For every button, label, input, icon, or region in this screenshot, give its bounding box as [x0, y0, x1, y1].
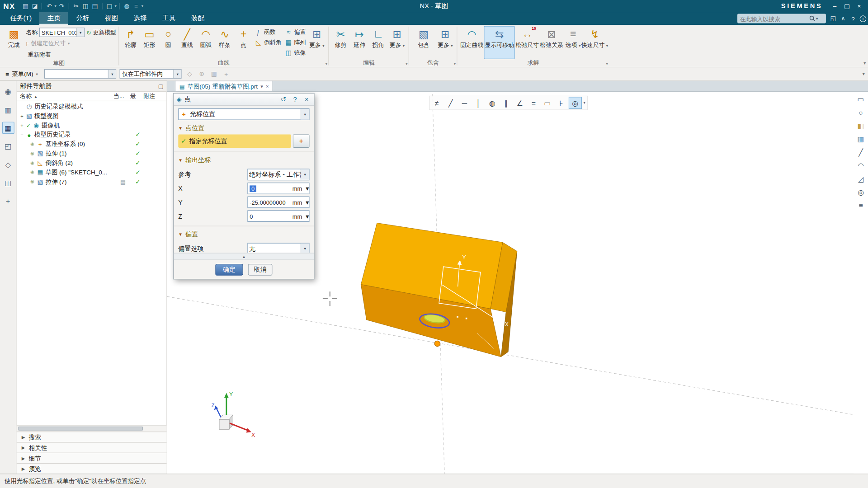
window-icon[interactable]: ▢ — [104, 3, 114, 10]
mirror-curve-button[interactable]: ◫镜像 — [283, 47, 307, 58]
feature-toggle-icon[interactable]: ◉ — [29, 179, 36, 184]
cancel-button[interactable]: 取消 — [248, 263, 273, 275]
section-output-coordinates[interactable]: ▼ 输出坐标 — [174, 152, 314, 167]
reference-dropdown[interactable]: 绝对坐标系 - 工作部件 ▾ — [247, 169, 309, 180]
history-palette-icon[interactable]: ◫ — [2, 177, 14, 189]
ok-button[interactable]: 确定 — [215, 263, 243, 275]
feature-toggle-icon[interactable]: ◉ — [29, 160, 36, 165]
tree-row-model-history[interactable]: − ● 模型历史记录 ✓ — [17, 130, 167, 140]
specify-cursor-location-field[interactable]: ✓ 指定光标位置 — [178, 135, 291, 148]
undo-caret-icon[interactable]: ▾ — [55, 4, 57, 9]
sketch-handle[interactable] — [466, 318, 467, 319]
tree-row-datum-csys[interactable]: ◉ + 基准坐标系 (0) ✓ — [17, 140, 167, 149]
select-tool-icon-2[interactable]: ⊕ — [197, 70, 206, 78]
unit-caret-icon[interactable]: ▾ — [306, 212, 309, 220]
copy-icon[interactable]: ◫ — [81, 3, 90, 10]
fix-curve-button[interactable]: ◠固定曲线 — [460, 26, 484, 59]
orientation-triad[interactable]: Z Y X — [212, 391, 255, 439]
section-details[interactable]: ▶细节 — [17, 453, 167, 463]
dropdown-caret-icon[interactable]: ▾ — [301, 109, 309, 119]
tab-close-icon[interactable]: × — [266, 84, 269, 89]
dropdown-caret-icon[interactable]: ▾ — [301, 169, 309, 180]
z-coordinate-input[interactable]: 0 mm ▾ — [247, 210, 309, 222]
solve-dialog-launcher-icon[interactable]: ▾ — [606, 60, 608, 67]
circle-button[interactable]: ○圆 — [159, 26, 178, 59]
tab-view[interactable]: 视图 — [97, 12, 126, 25]
mic-icon[interactable]: ◍ — [122, 3, 132, 10]
list-tool-icon[interactable]: ≡ — [855, 202, 866, 210]
section-dependencies[interactable]: ▶相关性 — [17, 442, 167, 452]
close-button[interactable]: × — [854, 3, 864, 9]
include-button[interactable]: ▧包含 — [411, 26, 436, 59]
tab-task[interactable]: 任务(T) — [2, 12, 39, 25]
snap-existing-point-icon[interactable]: = — [527, 97, 540, 109]
snap-quadrant-icon[interactable]: ∠ — [513, 97, 526, 109]
snap-point-on-curve-icon[interactable]: ▭ — [541, 97, 554, 109]
tab-assembly[interactable]: 装配 — [184, 12, 212, 25]
tab-tools[interactable]: 工具 — [155, 12, 184, 25]
wireframe-view-icon[interactable]: ▥ — [855, 135, 866, 143]
rectangle-button[interactable]: ▭矩形 — [140, 26, 159, 59]
view-manager-icon[interactable]: ◇ — [2, 158, 14, 170]
feature-toggle-icon[interactable]: ◉ — [29, 151, 36, 156]
unit-caret-icon[interactable]: ▾ — [306, 198, 309, 206]
scrollbar-thumb[interactable] — [18, 427, 143, 431]
constraint-navigator-icon[interactable]: ▥ — [2, 103, 14, 116]
triad-z-axis[interactable] — [217, 408, 221, 418]
curve-more-button[interactable]: ⊞更多 ▾ — [307, 26, 326, 59]
tab-selection[interactable]: 选择 — [126, 12, 155, 25]
tree-row-model-views[interactable]: + ▧ 模型视图 — [17, 111, 167, 121]
unit-caret-icon[interactable]: ▾ — [306, 184, 309, 192]
section-preview[interactable]: ▶预览 — [17, 463, 167, 474]
tree-row-history-mode[interactable]: ◷ 历史记录建模模式 — [17, 102, 167, 111]
cut-icon[interactable]: ✂ — [71, 3, 81, 10]
include-dialog-launcher-icon[interactable]: ▾ — [454, 60, 456, 67]
tab-analysis[interactable]: 分析 — [68, 12, 97, 25]
curve-dialog-launcher-icon[interactable]: ▾ — [326, 60, 327, 67]
y-coordinate-input[interactable]: -25.00000000 mm ▾ — [247, 197, 309, 208]
triad-x-axis[interactable] — [230, 423, 248, 431]
dialog-titlebar[interactable]: ◈ 点 ↺ ? × — [174, 94, 314, 106]
command-search[interactable]: ▾ — [737, 14, 826, 23]
dialog-close-icon[interactable]: × — [302, 95, 311, 103]
navigator-column-header[interactable]: 名称▲ 当... 最 附注 — [17, 92, 167, 101]
show-movable-button[interactable]: ⇆显示可移动 — [484, 26, 515, 59]
solid-body[interactable] — [361, 223, 517, 357]
update-model-button[interactable]: ↻ 更新模型 — [86, 28, 116, 36]
tree-row-sketch-6[interactable]: ◉ ▦ 草图 (6) "SKETCH_0... ✓ — [17, 168, 167, 177]
snap-intersection-icon[interactable]: ◍ — [486, 97, 499, 109]
x-coordinate-input[interactable]: 0 mm ▾ — [247, 183, 309, 194]
section-search[interactable]: ▶搜索 — [17, 432, 167, 442]
relax-relation-button[interactable]: ⊠松弛关系 — [539, 26, 564, 59]
reuse-library-icon[interactable]: ◰ — [2, 140, 14, 152]
edit-more-button[interactable]: ⊞更多 ▾ — [388, 26, 407, 59]
snap-control-point-icon[interactable]: │ — [472, 97, 485, 109]
rapid-dimension-button[interactable]: ↯快速尺寸 ▾ — [583, 26, 607, 59]
selection-filter-combo[interactable]: ▾ — [44, 69, 116, 79]
section-point-location[interactable]: ▼ 点位置 — [174, 120, 314, 135]
snap-point-on-face-icon[interactable]: ⊦ — [555, 97, 568, 109]
graphics-window[interactable]: ▤ 草图(05)-重新附着草图.prt ▾ × — [167, 81, 868, 474]
minimize-button[interactable]: – — [829, 3, 840, 9]
finish-sketch-button[interactable]: ▩ 完成 — [2, 26, 26, 60]
save-icon[interactable]: ▦ — [21, 3, 30, 10]
navigator-hscrollbar[interactable] — [17, 425, 167, 432]
shaded-view-icon[interactable]: ◧ — [855, 122, 866, 130]
tree-row-extrude-1[interactable]: ◉ ▧ 拉伸 (1) ✓ — [17, 149, 167, 158]
help-icon[interactable]: ? — [848, 12, 858, 25]
include-more-button[interactable]: ⊞更多 ▾ — [436, 26, 455, 59]
spline-button[interactable]: ∿样条 — [215, 26, 234, 59]
point-type-dropdown[interactable]: + 光标位置 ▾ — [178, 108, 309, 120]
roles-icon[interactable]: + — [2, 195, 14, 207]
sketch-arc-tool-icon[interactable]: ◠ — [855, 162, 866, 170]
line-button[interactable]: ╱直线 — [178, 26, 197, 59]
tree-row-extrude-7[interactable]: ◉ ▧ 拉伸 (7) ▤ ✓ — [17, 177, 167, 187]
profile-button[interactable]: ↱轮廓 — [121, 26, 140, 59]
snap-overflow-icon[interactable]: ▾ — [582, 101, 586, 105]
panel-pin-icon[interactable]: ▢ — [158, 83, 164, 89]
expander-icon[interactable]: + — [19, 113, 25, 118]
command-finder-icon[interactable]: ≡ — [132, 3, 141, 9]
toolbar-overflow-icon[interactable]: ▾ — [863, 71, 865, 76]
tree-row-camera[interactable]: + ✓ ◉ 摄像机 — [17, 121, 167, 130]
paste-icon[interactable]: ▤ — [90, 3, 100, 10]
